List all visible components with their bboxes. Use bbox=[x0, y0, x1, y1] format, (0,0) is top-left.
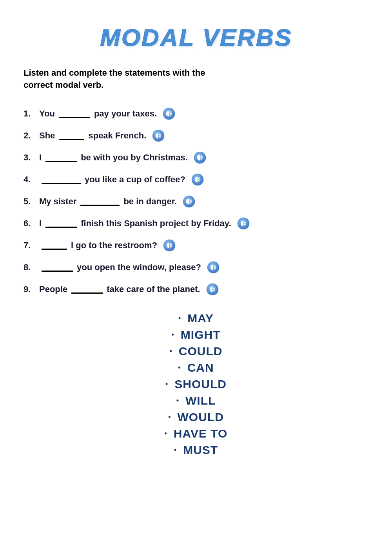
question-item-8: 8.you open the window, please? bbox=[24, 261, 368, 274]
word-label-8: HAVE TO bbox=[174, 427, 228, 440]
question-number-2: 2. bbox=[24, 131, 38, 141]
question-number-3: 3. bbox=[24, 153, 38, 163]
word-list-item-8: • HAVE TO bbox=[165, 427, 228, 440]
question-item-4: 4.you like a cup of coffee? bbox=[24, 173, 368, 186]
question-blank-1[interactable] bbox=[59, 109, 90, 118]
question-after-6: finish this Spanish project by Friday. bbox=[81, 218, 231, 229]
svg-rect-23 bbox=[211, 266, 212, 269]
question-blank-9[interactable] bbox=[71, 285, 103, 294]
question-number-4: 4. bbox=[24, 174, 38, 185]
question-after-4: you like a cup of coffee? bbox=[85, 174, 185, 185]
audio-button-5[interactable] bbox=[178, 195, 196, 208]
question-after-1: pay your taxes. bbox=[94, 109, 157, 119]
question-number-9: 9. bbox=[24, 284, 38, 294]
question-before-2: She bbox=[39, 131, 55, 141]
question-item-7: 7.I go to the restroom? bbox=[24, 239, 368, 252]
word-list-item-4: • CAN bbox=[178, 361, 214, 374]
question-number-1: 1. bbox=[24, 109, 38, 119]
word-label-9: MUST bbox=[183, 443, 218, 457]
question-before-5: My sister bbox=[39, 196, 76, 207]
word-list-item-5: • SHOULD bbox=[165, 378, 227, 391]
question-blank-3[interactable] bbox=[45, 153, 77, 162]
question-after-9: take care of the planet. bbox=[107, 284, 200, 294]
question-after-5: be in danger. bbox=[123, 196, 177, 207]
word-label-1: MAY bbox=[187, 312, 214, 325]
question-after-8: you open the window, please? bbox=[77, 262, 201, 272]
question-number-5: 5. bbox=[24, 196, 38, 207]
bullet-6: • bbox=[176, 396, 179, 405]
audio-button-1[interactable] bbox=[158, 107, 176, 120]
question-blank-6[interactable] bbox=[45, 219, 77, 228]
bullet-3: • bbox=[170, 347, 172, 355]
svg-rect-17 bbox=[241, 222, 242, 225]
question-blank-2[interactable] bbox=[59, 131, 84, 140]
question-after-2: speak French. bbox=[88, 131, 146, 141]
word-label-4: CAN bbox=[187, 361, 214, 374]
word-label-5: SHOULD bbox=[174, 378, 227, 391]
word-label-6: WILL bbox=[185, 394, 216, 407]
svg-rect-20 bbox=[167, 244, 168, 247]
question-item-6: 6.Ifinish this Spanish project by Friday… bbox=[24, 217, 368, 230]
bullet-1: • bbox=[178, 314, 181, 322]
question-before-1: You bbox=[39, 109, 55, 119]
audio-button-4[interactable] bbox=[187, 173, 204, 186]
svg-rect-2 bbox=[166, 112, 167, 115]
audio-button-7[interactable] bbox=[159, 239, 176, 252]
instructions: Listen and complete the statements with … bbox=[24, 67, 227, 91]
question-blank-8[interactable] bbox=[42, 263, 73, 272]
question-number-8: 8. bbox=[24, 262, 38, 272]
question-number-6: 6. bbox=[24, 218, 38, 229]
word-label-3: COULD bbox=[179, 345, 223, 358]
word-list-item-7: • WOULD bbox=[168, 411, 224, 424]
word-list-item-1: • MAY bbox=[178, 312, 214, 325]
question-item-3: 3.Ibe with you by Christmas. bbox=[24, 151, 368, 164]
svg-rect-5 bbox=[156, 134, 157, 137]
audio-button-3[interactable] bbox=[189, 151, 207, 164]
question-number-7: 7. bbox=[24, 240, 38, 251]
question-item-2: 2.Shespeak French. bbox=[24, 129, 368, 142]
svg-rect-26 bbox=[210, 288, 211, 291]
question-after-3: be with you by Christmas. bbox=[81, 153, 188, 163]
bullet-8: • bbox=[165, 429, 167, 438]
question-after-7: I go to the restroom? bbox=[71, 240, 157, 251]
word-list-item-6: • WILL bbox=[176, 394, 216, 407]
question-item-5: 5.My sisterbe in danger. bbox=[24, 195, 368, 208]
svg-rect-8 bbox=[197, 156, 198, 159]
word-label-7: WOULD bbox=[178, 411, 224, 424]
question-before-6: I bbox=[39, 218, 42, 229]
audio-button-6[interactable] bbox=[233, 217, 250, 230]
question-before-3: I bbox=[39, 153, 42, 163]
audio-button-9[interactable] bbox=[202, 283, 219, 296]
question-item-1: 1.Youpay your taxes. bbox=[24, 107, 368, 120]
bullet-9: • bbox=[174, 446, 177, 454]
question-before-9: People bbox=[39, 284, 67, 294]
question-item-9: 9.Peopletake care of the planet. bbox=[24, 283, 368, 296]
word-list-item-9: • MUST bbox=[174, 443, 218, 457]
svg-rect-14 bbox=[186, 200, 187, 203]
word-list-item-2: • MIGHT bbox=[172, 328, 221, 341]
word-list-item-3: • COULD bbox=[170, 345, 223, 358]
bullet-5: • bbox=[165, 380, 168, 388]
word-list-section: • MAY• MIGHT• COULD• CAN• SHOULD• WILL• … bbox=[24, 312, 368, 460]
audio-button-2[interactable] bbox=[148, 129, 165, 142]
question-blank-4[interactable] bbox=[42, 175, 81, 184]
question-blank-5[interactable] bbox=[80, 197, 120, 206]
page-title: MODAL VERBS bbox=[24, 24, 368, 51]
questions-section: 1.Youpay your taxes. 2.Shespeak French. bbox=[24, 107, 368, 296]
bullet-2: • bbox=[172, 331, 174, 339]
audio-button-8[interactable] bbox=[203, 261, 220, 274]
svg-rect-11 bbox=[195, 178, 196, 181]
word-label-2: MIGHT bbox=[181, 328, 221, 341]
question-blank-7[interactable] bbox=[42, 241, 67, 250]
bullet-4: • bbox=[178, 363, 181, 372]
bullet-7: • bbox=[168, 413, 171, 421]
